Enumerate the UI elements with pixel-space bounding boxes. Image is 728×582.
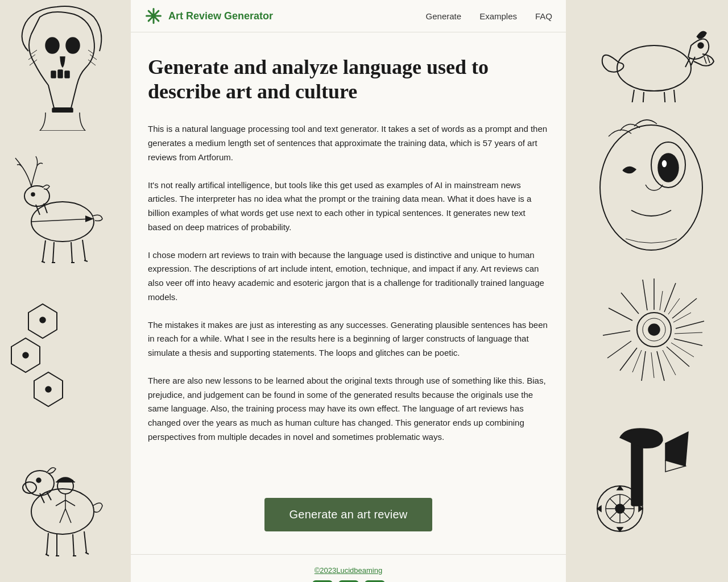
svg-line-37 — [603, 331, 630, 335]
svg-rect-67 — [154, 16, 160, 22]
svg-rect-63 — [155, 15, 162, 17]
logo-area[interactable]: Art Review Generator — [144, 7, 273, 25]
svg-point-24 — [658, 153, 679, 182]
svg-rect-51 — [631, 438, 643, 506]
svg-rect-62 — [146, 15, 152, 17]
paragraph-4: The mistakes it makes are just as intere… — [148, 318, 549, 360]
social-icons — [131, 580, 566, 582]
paragraph-2: It's not really artifical intelligence, … — [148, 178, 549, 235]
nav-generate[interactable]: Generate — [426, 11, 462, 21]
footer: ©2023Lucidbeaming — [131, 554, 566, 582]
svg-line-32 — [667, 347, 689, 367]
svg-rect-61 — [153, 17, 155, 24]
logo-icon — [144, 7, 163, 25]
svg-line-34 — [642, 351, 646, 381]
left-panel — [0, 0, 131, 582]
sun-illustration — [580, 267, 728, 392]
nav: Generate Examples FAQ — [426, 11, 552, 21]
tools-illustration — [574, 409, 728, 551]
svg-line-39 — [621, 293, 639, 314]
content-body: Generate and analyze language used to de… — [131, 32, 566, 481]
svg-line-43 — [673, 313, 691, 322]
hexagons-illustration — [0, 301, 91, 426]
svg-point-14 — [46, 386, 51, 392]
logo-text: Art Review Generator — [168, 10, 273, 22]
svg-rect-65 — [147, 16, 154, 22]
svg-point-16 — [26, 471, 54, 496]
svg-line-30 — [676, 321, 704, 329]
facebook-button[interactable] — [365, 580, 385, 582]
svg-line-41 — [660, 291, 663, 310]
svg-point-20 — [617, 45, 691, 91]
svg-point-6 — [31, 202, 94, 242]
svg-point-25 — [661, 160, 667, 168]
paragraph-1: This is a natural language processing to… — [148, 122, 549, 164]
svg-line-45 — [671, 343, 694, 357]
svg-line-47 — [651, 352, 654, 378]
svg-line-44 — [675, 332, 702, 334]
svg-line-28 — [664, 283, 676, 312]
svg-line-40 — [643, 280, 647, 310]
twitter-button[interactable] — [338, 580, 359, 582]
svg-line-36 — [607, 341, 631, 358]
svg-line-31 — [674, 339, 702, 346]
svg-rect-60 — [153, 8, 155, 15]
svg-line-33 — [657, 351, 664, 381]
svg-line-29 — [672, 298, 697, 318]
right-panel — [566, 0, 728, 582]
svg-point-50 — [648, 324, 660, 335]
svg-rect-4 — [65, 71, 69, 78]
deer-illustration — [3, 153, 122, 267]
cta-container: Generate an art review — [131, 481, 566, 554]
instagram-button[interactable] — [312, 580, 333, 582]
goat-illustration — [6, 432, 119, 568]
paragraph-5: There are also new lessons to be learned… — [148, 374, 549, 444]
svg-line-42 — [668, 298, 680, 314]
svg-line-38 — [609, 308, 632, 321]
paragraph-3: I chose modern art reviews to train with… — [148, 248, 549, 305]
svg-point-8 — [31, 193, 35, 196]
generate-button[interactable]: Generate an art review — [264, 498, 433, 531]
svg-rect-66 — [147, 10, 154, 16]
svg-line-48 — [632, 350, 642, 372]
footer-brand[interactable]: Lucidbeaming — [336, 566, 382, 575]
header: Art Review Generator Generate Examples F… — [131, 0, 566, 32]
svg-rect-2 — [51, 71, 56, 78]
svg-point-13 — [23, 352, 28, 358]
svg-point-18 — [36, 478, 41, 483]
svg-point-1 — [66, 38, 80, 53]
svg-point-22 — [600, 125, 702, 250]
svg-rect-64 — [154, 10, 160, 16]
footer-copyright: ©2023Lucidbeaming — [131, 566, 566, 575]
nav-faq[interactable]: FAQ — [535, 11, 552, 21]
wolf-illustration — [580, 0, 728, 102]
svg-point-12 — [40, 317, 46, 323]
svg-rect-5 — [52, 108, 73, 113]
svg-line-46 — [663, 350, 676, 375]
copyright-year: ©2023 — [315, 566, 337, 575]
svg-rect-3 — [58, 70, 63, 78]
page-title: Generate and analyze language used to de… — [148, 55, 549, 104]
svg-point-21 — [698, 43, 704, 48]
nav-examples[interactable]: Examples — [479, 11, 517, 21]
svg-point-0 — [46, 38, 59, 53]
skull-illustration — [6, 6, 119, 131]
face-illustration — [574, 102, 728, 261]
main-content: Art Review Generator Generate Examples F… — [131, 0, 566, 582]
